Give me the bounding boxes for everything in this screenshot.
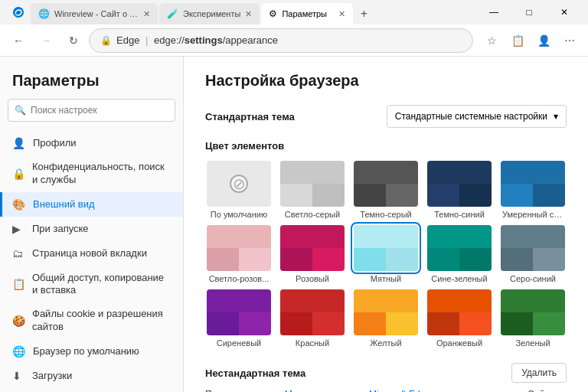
color-label-dark-gray: Темно-серый [360, 210, 411, 219]
color-section-title: Цвет элементов [205, 140, 567, 152]
color-item-light-gray[interactable]: Светло-серый [279, 161, 346, 219]
search-icon: 🔍 [15, 105, 26, 116]
color-item-default[interactable]: ⊘По умолчанию [205, 161, 273, 219]
color-swatch-mint [354, 225, 418, 271]
favorites-icon[interactable]: ☆ [479, 28, 504, 53]
back-button[interactable]: ← [6, 28, 31, 53]
collections-icon[interactable]: 📋 [505, 28, 530, 53]
theme-dropdown-value: Стандартные системные настройки [395, 111, 547, 122]
content-area: Настройка браузера Стандартная тема Стан… [184, 57, 588, 392]
color-label-mint: Мятный [371, 274, 401, 283]
forward-button[interactable]: → [34, 28, 58, 53]
tab-label: Winreview - Сайт о Windows [54, 9, 139, 18]
store-link[interactable]: Магазин надстроек Microsoft Edge [285, 389, 430, 392]
tab-label: Эксперименты [183, 9, 240, 18]
color-item-green[interactable]: Зеленый [499, 289, 567, 348]
search-box[interactable]: 🔍 [8, 99, 175, 122]
color-label-orange: Оранжевый [436, 338, 482, 348]
color-item-pink[interactable]: Розовый [279, 225, 346, 283]
color-label-teal: Сине-зеленый [431, 274, 487, 283]
tab-experiments[interactable]: 🧪 Эксперименты ✕ [159, 3, 260, 24]
sidebar-item-label: Браузер по умолчанию [33, 345, 139, 358]
sidebar-item-profiles[interactable]: 👤 Профили [0, 131, 183, 155]
address-input[interactable]: 🔒 Edge | edge://settings/appearance [89, 28, 473, 53]
standard-theme-row: Стандартная тема Стандартные системные н… [205, 105, 567, 128]
color-swatch-green [501, 289, 565, 335]
other-stores-link[interactable]: другие магазины [451, 389, 523, 392]
sidebar-item-label: Файлы cookie и разрешения сайтов [32, 308, 171, 334]
minimize-button[interactable]: — [476, 0, 511, 24]
tab-close-button[interactable]: ✕ [143, 9, 150, 19]
color-label-dark-blue: Темно-синий [434, 210, 485, 219]
color-item-mint[interactable]: Мятный [352, 225, 420, 283]
color-swatch-purple [207, 289, 271, 335]
sidebar-item-label: При запуске [32, 223, 89, 236]
color-item-orange[interactable]: Оранжевый [426, 289, 493, 348]
sidebar-item-share[interactable]: 📋 Общий доступ, копирование и вставка [0, 266, 183, 303]
sidebar-item-startup[interactable]: ▶ При запуске [0, 217, 183, 241]
url-prefix: Edge [116, 34, 139, 46]
color-swatch-pink [280, 225, 345, 271]
color-label-purple: Сиреневый [217, 338, 261, 348]
sidebar-item-family[interactable]: 👨‍👩‍👧 Семейная безопасность [0, 388, 183, 392]
color-item-moderate-blue[interactable]: Умеренный си... [499, 161, 567, 219]
color-item-red[interactable]: Красный [279, 289, 346, 348]
color-swatch-slate [501, 225, 565, 271]
edge-logo-icon [12, 6, 24, 18]
close-button[interactable]: ✕ [547, 0, 582, 24]
new-tab-button[interactable]: + [353, 3, 374, 24]
tab-icon: 🌐 [38, 8, 50, 19]
color-item-purple[interactable]: Сиреневый [205, 289, 273, 348]
sidebar-item-label: Профили [33, 137, 77, 150]
sidebar-item-privacy[interactable]: 🔒 Конфиденциальность, поиск и службы [0, 155, 183, 192]
sidebar-item-cookies[interactable]: 🍪 Файлы cookie и разрешения сайтов [0, 302, 183, 339]
custom-theme-header: Нестандартная тема Удалить [205, 363, 567, 383]
color-label-green: Зеленый [515, 338, 550, 348]
more-button[interactable]: ⋯ [557, 28, 582, 53]
startup-icon: ▶ [12, 222, 24, 236]
tab-winreview[interactable]: 🌐 Winreview - Сайт о Windows ✕ [31, 3, 158, 24]
color-label-default: По умолчанию [211, 210, 267, 219]
tab-settings[interactable]: ⚙ Параметры ✕ [261, 3, 353, 24]
color-swatch-teal [427, 225, 492, 271]
account-icon[interactable]: 👤 [531, 28, 556, 53]
url-path: edge://settings/appearance [154, 34, 278, 46]
color-label-moderate-blue: Умеренный си... [502, 210, 564, 219]
color-swatch-moderate-blue [501, 161, 565, 207]
color-swatch-light-pink [207, 225, 271, 271]
color-item-dark-blue[interactable]: Темно-синий [426, 161, 493, 219]
tab-close-button[interactable]: ✕ [338, 9, 345, 19]
sidebar-item-default-browser[interactable]: 🌐 Браузер по умолчанию [0, 339, 183, 364]
color-label-light-gray: Светло-серый [285, 210, 340, 219]
color-item-slate[interactable]: Серо-синий [499, 225, 567, 283]
custom-theme-text-mid: или [430, 389, 451, 392]
toolbar-icons: ☆ 📋 👤 ⋯ [479, 28, 582, 53]
window-controls: — □ ✕ [476, 0, 582, 24]
sidebar-item-label: Загрузки [32, 370, 72, 383]
sidebar-item-downloads[interactable]: ⬇ Загрузки [0, 364, 183, 388]
delete-theme-button[interactable]: Удалить [511, 363, 567, 383]
lock-icon: 🔒 [100, 35, 112, 46]
color-item-yellow[interactable]: Желтый [352, 289, 420, 348]
sidebar-item-appearance[interactable]: 🎨 Внешний вид [0, 192, 183, 217]
svg-point-0 [13, 7, 24, 18]
color-item-light-pink[interactable]: Светло-розов... [205, 225, 273, 283]
refresh-button[interactable]: ↻ [61, 28, 86, 53]
page-title: Настройка браузера [205, 72, 567, 90]
maximize-button[interactable]: □ [511, 0, 547, 24]
color-item-dark-gray[interactable]: Темно-серый [352, 161, 420, 219]
tab-label: Параметры [282, 9, 327, 18]
chevron-down-icon: ▾ [554, 111, 558, 122]
search-input[interactable] [31, 105, 168, 116]
custom-theme-text-before: Получить темы из [205, 389, 285, 392]
sidebar-item-label: Внешний вид [33, 198, 95, 211]
sidebar: Параметры 🔍 👤 Профили 🔒 Конфиденциальнос… [0, 57, 184, 392]
browser-icon: 🌐 [12, 345, 25, 358]
sidebar-item-newtab[interactable]: 🗂 Страница новой вкладки [0, 241, 183, 266]
custom-theme-description: Получить темы из Магазин надстроек Micro… [205, 387, 567, 392]
url-display: Edge | edge://settings/appearance [116, 34, 462, 46]
color-item-teal[interactable]: Сине-зеленый [426, 225, 493, 283]
share-icon: 📋 [12, 277, 24, 291]
theme-dropdown[interactable]: Стандартные системные настройки ▾ [387, 105, 567, 128]
tab-close-button[interactable]: ✕ [245, 9, 252, 19]
